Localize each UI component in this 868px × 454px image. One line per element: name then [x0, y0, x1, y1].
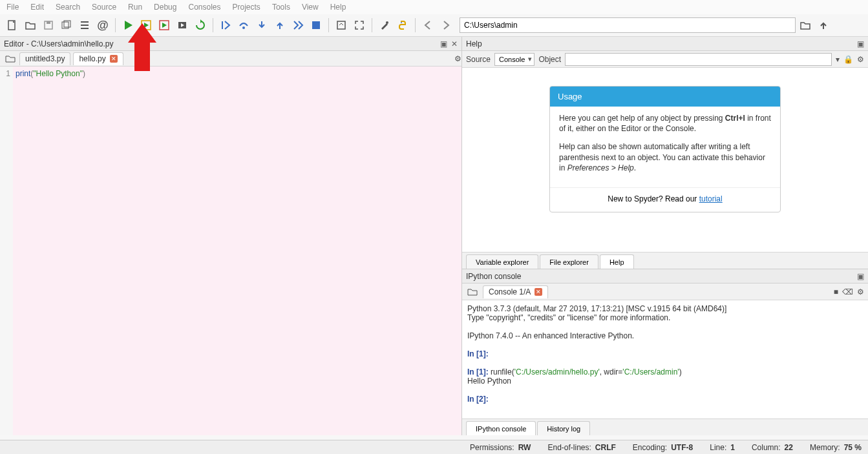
console-browse-icon[interactable]: [466, 286, 479, 298]
source-label: Source: [466, 55, 491, 64]
continue-icon[interactable]: [290, 17, 306, 34]
run-cell-icon[interactable]: [138, 17, 154, 34]
right-subtabs: Variable explorer File explorer Help: [462, 252, 868, 269]
editor-tabs: untitled3.py hello.py✕ ⚙: [0, 51, 461, 67]
code-content[interactable]: print("Hello Python"): [13, 67, 461, 435]
help-toolbar: Source Console Object ▾ 🔒 ⚙: [462, 51, 868, 68]
usage-panel: Usage Here you can get help of any objec…: [549, 86, 781, 212]
clear-console-icon[interactable]: ⌫: [842, 287, 853, 296]
preferences-icon[interactable]: [376, 17, 393, 34]
stop-icon[interactable]: [308, 17, 324, 34]
run-icon[interactable]: [120, 17, 136, 34]
rerun-icon[interactable]: [192, 17, 209, 34]
back-icon[interactable]: [419, 17, 436, 34]
tab-ipython-console[interactable]: IPython console: [466, 421, 536, 435]
menu-run[interactable]: Run: [128, 3, 142, 12]
parent-dir-icon[interactable]: [815, 17, 832, 34]
tab-untitled3[interactable]: untitled3.py: [19, 52, 70, 65]
console-options-icon[interactable]: ⚙: [857, 287, 864, 296]
step-into-icon[interactable]: [253, 17, 270, 34]
console-tabs: Console 1/A✕ ■ ⌫ ⚙: [462, 284, 868, 300]
usage-footer: New to Spyder? Read our tutorial: [550, 187, 780, 210]
open-file-icon[interactable]: [22, 17, 39, 34]
debug-icon[interactable]: [217, 17, 234, 34]
object-input[interactable]: [565, 53, 832, 66]
help-body: Usage Here you can get help of any objec…: [462, 68, 868, 252]
step-out-icon[interactable]: [271, 17, 288, 34]
menu-consoles[interactable]: Consoles: [188, 3, 220, 12]
menu-edit[interactable]: Edit: [30, 3, 44, 12]
python-path-icon[interactable]: [394, 17, 411, 34]
help-options-icon[interactable]: ⚙: [857, 55, 864, 64]
tab-file-explorer[interactable]: File explorer: [540, 254, 598, 269]
console-tab-1a[interactable]: Console 1/A✕: [483, 285, 548, 298]
save-icon[interactable]: [40, 17, 57, 34]
menu-view[interactable]: View: [302, 3, 319, 12]
step-over-icon[interactable]: [235, 17, 252, 34]
usage-heading: Usage: [550, 87, 780, 107]
close-icon[interactable]: ✕: [535, 288, 542, 296]
list-icon[interactable]: [76, 17, 93, 34]
menu-file[interactable]: File: [6, 3, 19, 12]
at-icon[interactable]: @: [94, 17, 111, 34]
close-icon[interactable]: ✕: [110, 55, 118, 63]
forward-icon[interactable]: [438, 17, 454, 34]
stop-kernel-icon[interactable]: ■: [834, 287, 838, 296]
menu-bar: File Edit Search Source Run Debug Consol…: [0, 0, 868, 14]
pane-undock-icon[interactable]: ▣: [857, 39, 864, 48]
working-dir-input[interactable]: [460, 17, 796, 33]
object-label: Object: [538, 55, 561, 64]
dropdown-icon[interactable]: ▾: [836, 55, 840, 64]
run-selection-icon[interactable]: [174, 17, 191, 34]
svg-rect-2: [47, 21, 50, 24]
pane-undock-icon[interactable]: ▣: [857, 272, 864, 281]
svg-point-8: [242, 26, 245, 29]
lock-icon[interactable]: 🔒: [843, 55, 853, 64]
source-combo[interactable]: Console: [494, 53, 535, 66]
tutorial-link[interactable]: tutorial: [699, 194, 723, 203]
code-editor[interactable]: 1 print("Hello Python"): [0, 67, 461, 435]
tab-help[interactable]: Help: [600, 254, 634, 269]
editor-options-icon[interactable]: ⚙: [454, 54, 461, 63]
console-output[interactable]: Python 3.7.3 (default, Mar 27 2019, 17:1…: [462, 300, 868, 418]
tab-browse-icon[interactable]: [4, 53, 17, 65]
pane-close-icon[interactable]: ✕: [451, 39, 458, 48]
help-pane-title: Help ▣: [462, 37, 868, 51]
maximize-pane-icon[interactable]: [333, 17, 350, 34]
console-pane-title: IPython console ▣: [462, 269, 868, 284]
svg-rect-10: [337, 21, 345, 29]
new-file-icon[interactable]: [4, 17, 21, 34]
menu-source[interactable]: Source: [92, 3, 116, 12]
menu-tools[interactable]: Tools: [272, 3, 290, 12]
run-cell-advance-icon[interactable]: [156, 17, 173, 34]
menu-search[interactable]: Search: [56, 3, 80, 12]
save-all-icon[interactable]: [58, 17, 75, 34]
status-bar: Permissions:RW End-of-lines:CRLF Encodin…: [0, 440, 868, 454]
browse-dir-icon[interactable]: [797, 17, 814, 34]
console-subtabs: IPython console History log: [462, 418, 868, 435]
tab-variable-explorer[interactable]: Variable explorer: [466, 254, 538, 269]
svg-rect-9: [312, 21, 320, 29]
editor-pane-title: Editor - C:\Users\admin\hello.py ▣✕: [0, 37, 461, 51]
tab-hello[interactable]: hello.py✕: [73, 52, 123, 65]
main-toolbar: @: [0, 14, 868, 37]
fullscreen-icon[interactable]: [351, 17, 368, 34]
menu-projects[interactable]: Projects: [233, 3, 260, 12]
pane-undock-icon[interactable]: ▣: [440, 39, 447, 48]
tab-history-log[interactable]: History log: [537, 421, 590, 435]
svg-point-11: [386, 21, 388, 24]
line-gutter: 1: [0, 67, 13, 435]
menu-help[interactable]: Help: [330, 3, 346, 12]
menu-debug[interactable]: Debug: [154, 3, 176, 12]
svg-point-12: [401, 22, 402, 23]
